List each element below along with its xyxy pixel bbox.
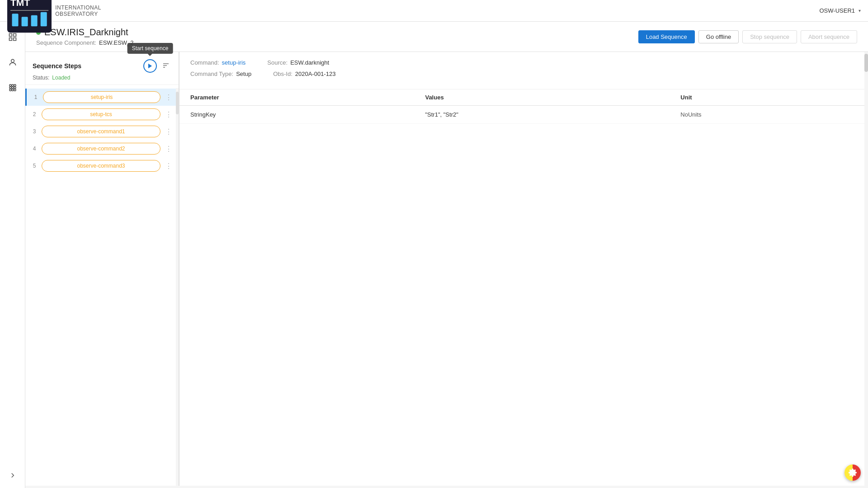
- user-menu[interactable]: OSW-USER1 ▾: [820, 7, 861, 14]
- seq-step-5[interactable]: 5 observe-command3 ⋮: [25, 157, 179, 174]
- command-label: Command:: [190, 59, 219, 66]
- step-num-2: 2: [31, 111, 38, 117]
- detail-header: Command: setup-iris Source: ESW.darknigh…: [179, 52, 868, 89]
- tooltip-container: Start sequence: [143, 59, 157, 73]
- seq-panel-controls: Start sequence: [143, 59, 171, 73]
- svg-rect-9: [9, 38, 12, 41]
- step-more-2[interactable]: ⋮: [164, 110, 173, 119]
- nav-left: TMT INTERNATIONAL OBSERVATORY: [7, 0, 101, 33]
- load-sequence-button[interactable]: Load Sequence: [638, 30, 695, 43]
- sequence-panel: Sequence Steps Start sequence: [25, 52, 179, 486]
- command-type-label: Command Type:: [190, 70, 233, 77]
- user-chevron-icon: ▾: [859, 8, 861, 13]
- command-type-meta: Command Type: Setup: [190, 70, 251, 77]
- param-name-0: StringKey: [179, 106, 414, 124]
- svg-rect-7: [9, 34, 12, 37]
- step-more-5[interactable]: ⋮: [164, 162, 173, 170]
- svg-rect-5: [31, 15, 38, 27]
- detail-meta-row-2: Command Type: Setup Obs-Id: 2020A-001-12…: [190, 70, 857, 77]
- seq-step-1[interactable]: 1 setup-iris ⋮: [25, 89, 179, 106]
- start-sequence-button[interactable]: [143, 59, 157, 73]
- command-meta: Command: setup-iris: [190, 59, 245, 66]
- gear-icon: [848, 468, 857, 477]
- step-name-2: setup-tcs: [42, 108, 160, 120]
- seq-step-2[interactable]: 2 setup-tcs ⋮: [25, 106, 179, 123]
- seq-scrollbar: [176, 88, 179, 486]
- status-value: Loaded: [52, 75, 70, 81]
- username-label: OSW-USER1: [820, 7, 855, 14]
- sort-button[interactable]: [160, 60, 171, 72]
- obs-id-label: Obs-Id:: [273, 70, 292, 77]
- command-type-value: Setup: [236, 70, 251, 77]
- step-num-3: 3: [31, 128, 38, 135]
- table-row: StringKey "Str1", "Str2" NoUnits: [179, 106, 868, 124]
- step-num-4: 4: [31, 145, 38, 152]
- source-value: ESW.darknight: [290, 59, 329, 66]
- source-label: Source:: [267, 59, 288, 66]
- svg-point-11: [11, 59, 14, 62]
- sidebar-item-users[interactable]: [5, 54, 21, 70]
- tmt-logo-icon: TMT: [7, 0, 52, 33]
- parameter-table: Parameter Values Unit StringKey "Str1", …: [179, 89, 868, 124]
- obs-id-meta: Obs-Id: 2020A-001-123: [273, 70, 335, 77]
- table-header-row: Parameter Values Unit: [179, 89, 868, 106]
- seq-step-3[interactable]: 3 observe-command1 ⋮: [25, 123, 179, 140]
- source-meta: Source: ESW.darknight: [267, 59, 329, 66]
- person-icon: [8, 58, 17, 67]
- seq-status-row: Status: Loaded: [33, 75, 171, 81]
- step-num-5: 5: [31, 163, 38, 169]
- seq-scroll-thumb: [176, 92, 179, 114]
- svg-point-15: [9, 87, 11, 89]
- stop-sequence-button: Stop sequence: [742, 30, 797, 43]
- content-area: Sequence Steps Start sequence: [25, 52, 868, 486]
- abort-sequence-button: Abort sequence: [801, 30, 857, 43]
- svg-rect-8: [13, 34, 16, 37]
- svg-rect-10: [13, 38, 16, 41]
- sequence-component-row: Sequence Component: ESW.ESW_2: [36, 39, 134, 46]
- gear-status-icon[interactable]: [844, 465, 861, 481]
- svg-rect-3: [12, 14, 19, 27]
- sort-icon: [162, 62, 170, 69]
- apps-icon: [8, 83, 17, 92]
- detail-meta-row-1: Command: setup-iris Source: ESW.darknigh…: [190, 59, 857, 66]
- page-header-actions: Load Sequence Go offline Stop sequence A…: [638, 30, 857, 43]
- svg-point-18: [9, 89, 11, 91]
- grid-icon: [8, 33, 17, 42]
- svg-marker-21: [148, 64, 152, 69]
- seq-comp-label: Sequence Component:: [36, 39, 96, 46]
- svg-text:TMT: TMT: [10, 0, 30, 8]
- svg-point-12: [9, 84, 11, 86]
- col-unit: Unit: [670, 89, 868, 106]
- step-num-1: 1: [32, 94, 39, 100]
- command-value: setup-iris: [222, 59, 246, 66]
- param-values-0: "Str1", "Str2": [414, 106, 670, 124]
- step-name-3: observe-command1: [42, 126, 160, 137]
- step-more-1[interactable]: ⋮: [164, 93, 173, 102]
- param-unit-0: NoUnits: [670, 106, 868, 124]
- detail-scrollbar: [864, 52, 868, 486]
- app-title: INTERNATIONAL OBSERVATORY: [55, 5, 101, 17]
- page-header: ESW.IRIS_Darknight Sequence Component: E…: [25, 22, 868, 52]
- go-offline-button[interactable]: Go offline: [698, 30, 739, 43]
- detail-panel: Command: setup-iris Source: ESW.darknigh…: [179, 52, 868, 486]
- seq-comp-value: ESW.ESW_2: [99, 39, 134, 46]
- top-nav: TMT INTERNATIONAL OBSERVATORY OSW-USER1 …: [0, 0, 868, 22]
- svg-point-16: [11, 87, 13, 89]
- step-more-3[interactable]: ⋮: [164, 127, 173, 136]
- step-more-4[interactable]: ⋮: [164, 145, 173, 153]
- chevron-right-icon: [9, 471, 17, 479]
- col-parameter: Parameter: [179, 89, 414, 106]
- svg-rect-4: [22, 17, 28, 27]
- seq-step-4[interactable]: 4 observe-command2 ⋮: [25, 140, 179, 157]
- svg-point-19: [11, 89, 13, 91]
- sidebar-expand-button[interactable]: [9, 471, 17, 481]
- step-name-1: setup-iris: [43, 91, 160, 103]
- col-values: Values: [414, 89, 670, 106]
- svg-point-20: [14, 89, 15, 91]
- seq-panel-title: Sequence Steps: [33, 62, 81, 70]
- step-name-4: observe-command2: [42, 143, 160, 155]
- sidebar-item-apps[interactable]: [5, 80, 21, 96]
- seq-steps-list: 1 setup-iris ⋮ 2 setup-tcs ⋮ 3 observe-c…: [25, 85, 179, 486]
- play-icon: [147, 63, 153, 69]
- detail-scroll-thumb: [864, 54, 868, 72]
